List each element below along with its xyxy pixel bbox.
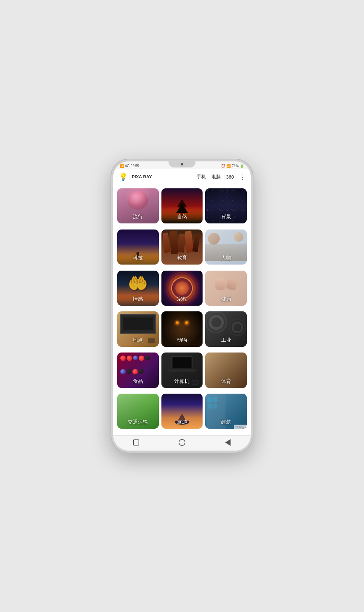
category-label-renwu: 人物: [205, 255, 247, 261]
category-jianzhu[interactable]: 建筑: [205, 394, 247, 429]
bottom-nav-bar: [113, 435, 251, 451]
category-ziran[interactable]: 自然: [161, 188, 203, 223]
category-beijing[interactable]: 背景: [205, 188, 247, 223]
category-liuxing[interactable]: 流行: [117, 188, 159, 223]
category-label-zongjiao: 宗教: [161, 296, 203, 302]
status-left: 📶 4G 22:55: [120, 164, 139, 168]
category-label-dongwu: 动物: [161, 337, 203, 343]
wifi-icon: 📶: [226, 164, 231, 168]
category-label-jiaoyu: 教育: [161, 255, 203, 261]
category-label-ziran: 自然: [161, 214, 203, 220]
more-menu-icon[interactable]: ⋮: [239, 173, 245, 181]
category-dongwu[interactable]: 动物: [161, 311, 203, 346]
logo-icon: 💡: [119, 173, 128, 181]
category-label-jiankang: 健康: [205, 296, 247, 302]
back-icon: [225, 439, 231, 446]
category-label-jisuanji: 计算机: [161, 378, 203, 385]
battery-icon: 🔋: [240, 164, 244, 168]
tab-phone[interactable]: 手机: [196, 173, 206, 181]
category-jiaoyu[interactable]: 教育: [161, 230, 203, 265]
category-label-liuxing: 流行: [117, 214, 159, 220]
alarm-icon: ⏰: [221, 164, 225, 168]
category-gongye[interactable]: 工业: [205, 311, 247, 346]
time-display: 22:55: [130, 164, 139, 168]
nav-home-button[interactable]: [178, 438, 186, 447]
category-keji[interactable]: 科技: [117, 230, 159, 265]
category-lvyou[interactable]: 旅游: [161, 394, 203, 429]
category-tiyu[interactable]: 体育: [205, 353, 247, 388]
power-button[interactable]: [111, 219, 112, 237]
nav-square-button[interactable]: [132, 438, 140, 447]
category-label-tiyu: 体育: [205, 378, 247, 385]
categories-grid: 流行 自然 背景 科技: [113, 185, 251, 435]
app-content: 💡 PIXA BAY 手机 电脑 360 ⋮ 流行: [113, 169, 251, 435]
category-label-jianzhu: 建筑: [205, 419, 247, 425]
phone-frame: 📶 4G 22:55 ⏰ 📶 71% 🔋 💡 PIXA BAY 手机 电脑 36…: [111, 159, 253, 453]
brand-name: PIXA BAY: [132, 174, 152, 180]
square-icon: [133, 439, 139, 446]
home-icon: [179, 439, 185, 446]
volume-up-button[interactable]: [252, 209, 253, 222]
tab-360[interactable]: 360: [226, 174, 234, 180]
category-jisuanji[interactable]: 计算机: [161, 353, 203, 388]
battery-level: 71%: [232, 164, 239, 168]
category-label-keji: 科技: [117, 255, 159, 261]
nav-tabs: 手机 电脑 360: [196, 173, 234, 181]
camera: [181, 163, 183, 165]
category-qinggan[interactable]: 🤲 情感: [117, 271, 159, 306]
network-type: 4G: [125, 164, 129, 168]
category-shipin[interactable]: 食品: [117, 353, 159, 388]
category-label-jiaotong: 交通运输: [117, 419, 159, 425]
category-renwu[interactable]: 人物: [205, 230, 247, 265]
category-label-lvyou: 旅游: [161, 419, 203, 425]
nav-back-button[interactable]: [224, 438, 232, 447]
category-label-didian: 地点: [117, 337, 159, 343]
category-didian[interactable]: 地点: [117, 311, 159, 346]
category-label-shipin: 食品: [117, 378, 159, 385]
watermark: 软件智库: [234, 425, 249, 430]
category-label-qinggan: 情感: [117, 296, 159, 302]
volume-down-button[interactable]: [252, 225, 253, 239]
notch: [169, 161, 195, 167]
category-label-beijing: 背景: [205, 214, 247, 220]
app-header: 💡 PIXA BAY 手机 电脑 360 ⋮: [113, 169, 251, 185]
category-zongjiao[interactable]: 宗教: [161, 271, 203, 306]
status-right: ⏰ 📶 71% 🔋: [221, 164, 244, 168]
signal-icon: 📶: [120, 164, 124, 168]
tab-computer[interactable]: 电脑: [211, 173, 221, 181]
category-jiaotong[interactable]: 交通运输: [117, 394, 159, 429]
category-label-gongye: 工业: [205, 337, 247, 343]
category-jiankang[interactable]: 健康: [205, 271, 247, 306]
